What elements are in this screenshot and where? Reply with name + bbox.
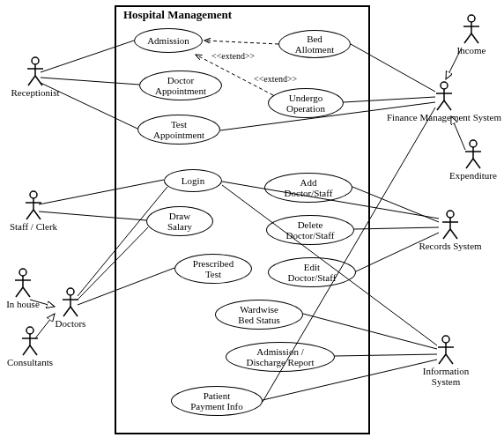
usecase-label: BedAllotment [295,33,335,55]
svg-line-18 [63,307,70,316]
svg-line-24 [30,345,37,355]
svg-line-38 [466,159,473,168]
stick-figure-icon [434,81,454,111]
svg-point-15 [67,288,74,295]
actor-finance-management-system: Finance Management System [386,81,502,123]
svg-line-39 [473,159,480,168]
usecase-label: PatientPayment Info [190,390,243,412]
svg-line-44 [450,229,457,239]
usecase-edit-doctor-staff: EditDoctor/Staff [268,257,356,287]
actor-income: Income [449,14,493,56]
actor-doctors: Doctors [49,287,92,330]
usecase-label: DeleteDoctor/Staff [286,219,335,241]
usecase-patient-payment-info: PatientPayment Info [171,386,263,416]
svg-line-8 [26,210,33,219]
actor-label: Finance Management System [386,113,502,123]
usecase-label: TestAppointment [153,119,204,140]
svg-line-3 [28,76,35,85]
usecase-label: Admission /Discharge Report [246,346,314,367]
actor-in-house: In house [0,268,46,310]
svg-point-40 [447,211,454,218]
stereotype-extend-2: <<extend>> [254,74,297,84]
usecase-label: UndergoOperation [286,93,325,114]
svg-line-13 [16,287,23,297]
svg-line-29 [471,33,478,43]
usecase-doctor-appointment: DoctorAppointment [139,70,222,100]
diagram-canvas: Hospital Management Admission BedAllotme… [0,0,504,445]
usecase-test-appointment: TestAppointment [137,115,220,145]
svg-point-0 [32,57,39,64]
usecase-label: PrescribedTest [193,258,233,279]
usecase-draw-salary: DrawSalary [146,206,213,236]
actor-label: Consultants [2,358,58,368]
usecase-add-doctor-staff: AddDoctor/Staff [264,173,352,203]
actor-expenditure: Expenditure [444,139,502,182]
stick-figure-icon [26,56,45,86]
stick-figure-icon [20,326,40,356]
actor-label: InformationSystem [411,367,481,387]
usecase-label: EditDoctor/Staff [288,262,337,283]
actor-staff-clerk: Staff / Clerk [5,190,62,233]
actor-label: In house [0,300,46,310]
stick-figure-icon [441,210,460,240]
svg-point-35 [470,140,477,147]
actor-receptionist: Receptionist [5,56,65,99]
stereotype-extend-1: <<extend>> [211,51,255,61]
usecase-bed-allotment: BedAllotment [278,30,351,58]
usecase-label: Admission [147,35,189,46]
actor-consultants: Consultants [2,326,58,368]
svg-point-5 [30,191,37,198]
svg-line-19 [70,307,78,316]
svg-point-10 [19,269,26,276]
usecase-label: DrawSalary [167,211,192,232]
stick-figure-icon [463,139,483,169]
usecase-prescribed-test: PrescribedTest [174,254,252,284]
svg-point-20 [26,327,33,334]
actor-information-system: InformationSystem [411,335,481,387]
actor-records-system: Records System [411,210,490,252]
usecase-label: WardwiseBed Status [238,304,279,325]
actor-label: Records System [411,241,490,252]
usecase-undergo-operation: UndergoOperation [268,88,344,118]
actor-label: Staff / Clerk [5,222,62,233]
svg-line-49 [446,354,453,364]
stick-figure-icon [61,287,80,317]
svg-line-9 [33,210,41,219]
svg-point-45 [442,336,449,343]
usecase-admission: Admission [134,28,203,53]
usecase-admission-discharge-report: Admission /Discharge Report [226,342,335,372]
system-title: Hospital Management [123,8,232,22]
actor-label: Receptionist [5,88,65,99]
stick-figure-icon [462,14,481,44]
stick-figure-icon [24,190,43,220]
usecase-label: Login [182,175,204,186]
svg-line-34 [444,100,451,110]
svg-line-23 [23,345,30,355]
svg-line-48 [439,354,446,364]
stick-figure-icon [13,268,33,298]
stick-figure-icon [436,335,456,365]
svg-line-43 [443,229,450,239]
usecase-label: DoctorAppointment [155,75,206,96]
svg-line-28 [464,33,471,43]
usecase-delete-doctor-staff: DeleteDoctor/Staff [266,215,354,245]
svg-point-30 [441,82,448,89]
usecase-wardwise-bed-status: WardwiseBed Status [215,300,303,330]
svg-line-14 [23,287,30,297]
svg-point-25 [468,15,475,22]
actor-label: Income [449,46,493,56]
usecase-login: Login [164,169,222,192]
svg-line-33 [437,100,444,110]
actor-label: Expenditure [444,171,502,182]
usecase-label: AddDoctor/Staff [285,177,333,198]
svg-line-4 [35,76,42,85]
